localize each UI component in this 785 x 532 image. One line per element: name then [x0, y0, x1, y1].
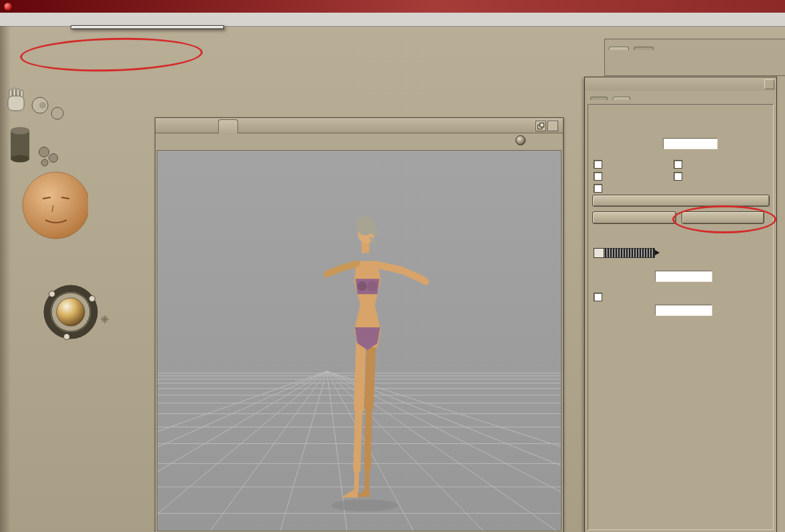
checkbox-raytracing[interactable] — [674, 160, 686, 169]
close-icon[interactable] — [764, 79, 774, 89]
runtime-selector[interactable] — [657, 59, 661, 70]
poser-application — [0, 0, 785, 532]
annotation-ellipse-menu-items — [19, 35, 203, 73]
morph-targets-button[interactable] — [592, 211, 676, 224]
properties-palette — [584, 77, 777, 532]
cascade-windows-icon[interactable] — [536, 121, 546, 131]
palette-header[interactable] — [585, 77, 776, 91]
checkbox-box[interactable] — [594, 184, 602, 193]
camera-controls[interactable] — [3, 87, 88, 246]
app-icon — [3, 2, 13, 11]
document-titlebar[interactable] — [155, 118, 563, 133]
roll-cylinder-icon — [11, 127, 29, 163]
tab-sammlungen[interactable] — [634, 47, 654, 50]
checkbox-box[interactable] — [594, 293, 602, 301]
library-panel — [604, 39, 785, 76]
figure-shadow — [331, 499, 398, 511]
checkbox-schatten[interactable] — [594, 172, 606, 181]
library-edge-strip — [776, 75, 785, 532]
head-camera-icon — [51, 107, 63, 119]
name-input[interactable] — [663, 138, 718, 149]
arbeitsflaeche-section-header[interactable] — [32, 373, 35, 384]
lichtregler-section-header[interactable] — [20, 268, 23, 279]
tab-parameter[interactable] — [590, 97, 608, 100]
trackball-icon[interactable] — [516, 135, 526, 145]
checkbox-ursprung[interactable] — [674, 172, 686, 181]
checkbox-box[interactable] — [674, 172, 682, 181]
ansicht-section-header[interactable] — [17, 57, 20, 68]
light-knob — [64, 334, 70, 340]
library-tabs — [609, 41, 656, 53]
close-icon[interactable] — [548, 121, 558, 131]
palette-tabs — [588, 91, 774, 104]
checkbox-box[interactable] — [594, 160, 602, 169]
figur-menu — [71, 25, 224, 29]
palette-body — [588, 104, 774, 530]
view-control-icons — [516, 135, 554, 145]
window-titlebar[interactable] — [0, 0, 785, 13]
pan-hand-icon — [8, 88, 24, 111]
current-object-dropdown[interactable] — [227, 136, 230, 147]
checkbox-box[interactable] — [594, 172, 602, 181]
light-knob — [89, 296, 95, 302]
document-header — [155, 133, 563, 150]
menubar[interactable] — [0, 13, 785, 27]
face-camera-ball-icon — [23, 172, 88, 239]
collision-apply-button[interactable] — [592, 195, 770, 207]
tab-eigenschaften[interactable] — [613, 97, 630, 100]
crease-input[interactable] — [655, 305, 712, 316]
checkbox-polygone[interactable] — [594, 293, 606, 301]
tab-rendering[interactable] — [218, 119, 238, 133]
checkbox-box[interactable] — [674, 160, 682, 169]
shading-input[interactable] — [655, 271, 712, 282]
light-knob — [49, 291, 55, 297]
tab-kategorien[interactable] — [609, 47, 629, 50]
light-ball — [57, 298, 85, 326]
document-window — [155, 117, 564, 532]
preview-viewport[interactable] — [157, 150, 562, 531]
sun-icon — [101, 315, 109, 323]
choose-parent-button[interactable] — [682, 211, 764, 224]
checkbox-kollision[interactable] — [594, 184, 606, 193]
light-control[interactable] — [35, 283, 111, 347]
checkbox-sichtbar[interactable] — [594, 160, 613, 169]
displacement-dial[interactable] — [594, 248, 655, 258]
trackball-spheres-icon — [39, 147, 58, 167]
